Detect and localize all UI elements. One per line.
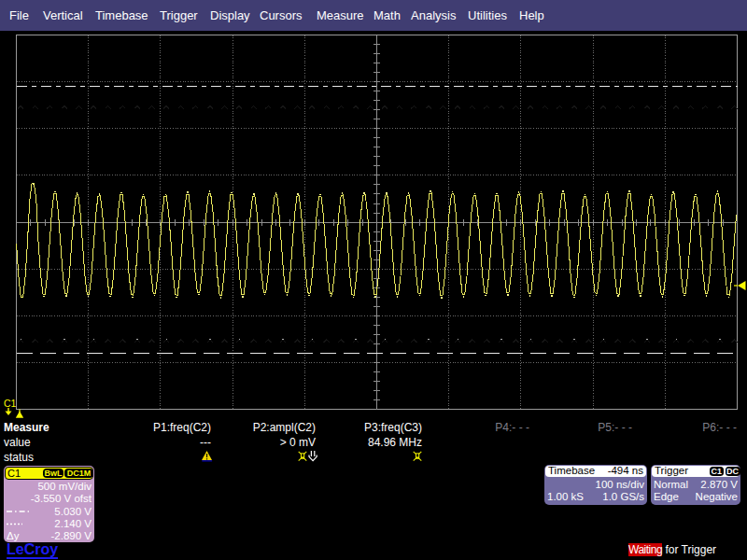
svg-text:C1: C1	[4, 398, 17, 409]
